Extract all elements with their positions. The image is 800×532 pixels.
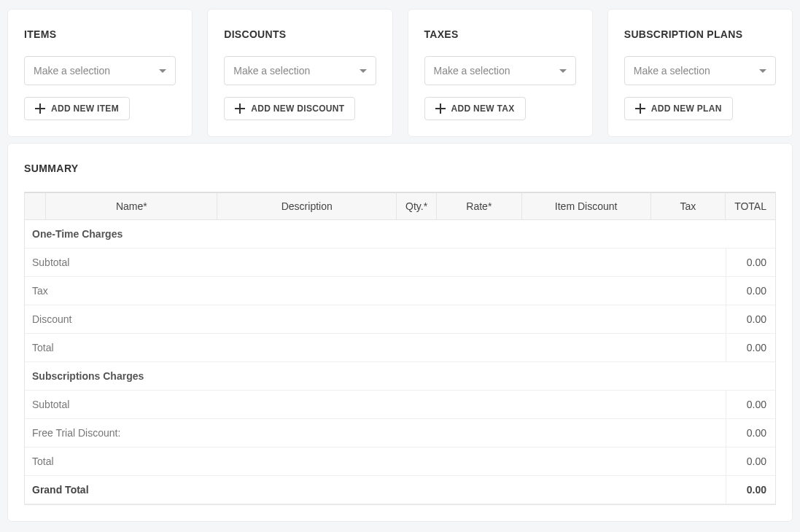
caret-down-icon (360, 69, 367, 73)
label-onetime-discount: Discount (25, 305, 726, 334)
summary-table-head: Name* Description Qty.* Rate* Item Disco… (25, 192, 775, 220)
section-subs-header: Subscriptions Charges (25, 362, 775, 391)
items-card: ITEMS Make a selection ADD NEW ITEM (7, 9, 193, 137)
row-onetime-total: Total 0.00 (25, 334, 775, 362)
label-onetime-subtotal: Subtotal (25, 249, 726, 277)
plans-select-placeholder: Make a selection (634, 65, 753, 77)
val-onetime-discount: 0.00 (726, 305, 775, 334)
caret-down-icon (559, 69, 567, 73)
add-new-item-label: ADD NEW ITEM (51, 103, 119, 114)
section-onetime-label: One-Time Charges (25, 220, 775, 249)
add-new-plan-button[interactable]: ADD NEW PLAN (624, 97, 733, 120)
discounts-select[interactable]: Make a selection (224, 56, 376, 85)
val-onetime-tax: 0.00 (726, 277, 775, 305)
val-onetime-subtotal: 0.00 (726, 249, 775, 277)
taxes-select[interactable]: Make a selection (424, 56, 576, 85)
plus-icon (635, 103, 645, 114)
summary-card: SUMMARY Name* Description Qty.* Rate* It… (7, 143, 793, 522)
row-subs-subtotal: Subtotal 0.00 (25, 391, 775, 419)
val-subs-total: 0.00 (726, 447, 775, 476)
summary-title: SUMMARY (24, 163, 776, 174)
summary-table: Name* Description Qty.* Rate* Item Disco… (24, 192, 776, 505)
plus-icon (435, 103, 446, 114)
col-total: TOTAL (726, 192, 775, 220)
col-tax: Tax (651, 192, 726, 220)
plus-icon (235, 103, 245, 114)
add-new-plan-label: ADD NEW PLAN (651, 103, 722, 114)
discounts-card: DISCOUNTS Make a selection ADD NEW DISCO… (207, 9, 392, 137)
row-grand-total: Grand Total 0.00 (25, 476, 775, 504)
taxes-card: TAXES Make a selection ADD NEW TAX (408, 9, 593, 137)
taxes-select-placeholder: Make a selection (434, 65, 554, 77)
col-empty (25, 192, 46, 220)
plans-card-title: SUBSCRIPTION PLANS (624, 28, 776, 40)
plans-card: SUBSCRIPTION PLANS Make a selection ADD … (607, 9, 793, 137)
col-description: Description (217, 192, 397, 220)
add-new-item-button[interactable]: ADD NEW ITEM (24, 97, 130, 120)
label-grand-total: Grand Total (25, 476, 726, 504)
val-subs-subtotal: 0.00 (726, 391, 775, 419)
plans-select[interactable]: Make a selection (624, 56, 776, 85)
label-subs-total: Total (25, 447, 726, 476)
val-subs-freetrial: 0.00 (726, 419, 775, 447)
row-onetime-tax: Tax 0.00 (25, 277, 775, 305)
caret-down-icon (159, 69, 166, 73)
plus-icon (35, 103, 45, 114)
label-onetime-tax: Tax (25, 277, 726, 305)
col-name: Name* (46, 192, 217, 220)
add-new-discount-button[interactable]: ADD NEW DISCOUNT (224, 97, 355, 120)
col-item-discount: Item Discount (522, 192, 651, 220)
col-rate: Rate* (437, 192, 521, 220)
add-new-discount-label: ADD NEW DISCOUNT (251, 103, 344, 114)
row-onetime-subtotal: Subtotal 0.00 (25, 249, 775, 277)
caret-down-icon (759, 69, 766, 73)
add-new-tax-button[interactable]: ADD NEW TAX (424, 97, 526, 120)
items-select[interactable]: Make a selection (24, 56, 176, 85)
label-subs-subtotal: Subtotal (25, 391, 726, 419)
col-qty: Qty.* (397, 192, 437, 220)
discounts-select-placeholder: Make a selection (233, 65, 353, 77)
label-onetime-total: Total (25, 334, 726, 362)
row-subs-freetrial: Free Trial Discount: 0.00 (25, 419, 775, 447)
section-onetime-header: One-Time Charges (25, 220, 775, 249)
discounts-card-title: DISCOUNTS (224, 28, 376, 40)
items-card-title: ITEMS (24, 28, 176, 40)
label-subs-freetrial: Free Trial Discount: (25, 419, 726, 447)
add-new-tax-label: ADD NEW TAX (451, 103, 515, 114)
section-subs-label: Subscriptions Charges (25, 362, 775, 391)
items-select-placeholder: Make a selection (34, 65, 153, 77)
val-grand-total: 0.00 (726, 476, 775, 504)
row-onetime-discount: Discount 0.00 (25, 305, 775, 334)
row-subs-total: Total 0.00 (25, 447, 775, 476)
top-cards-row: ITEMS Make a selection ADD NEW ITEM DISC… (7, 9, 793, 137)
val-onetime-total: 0.00 (726, 334, 775, 362)
taxes-card-title: TAXES (424, 28, 576, 40)
